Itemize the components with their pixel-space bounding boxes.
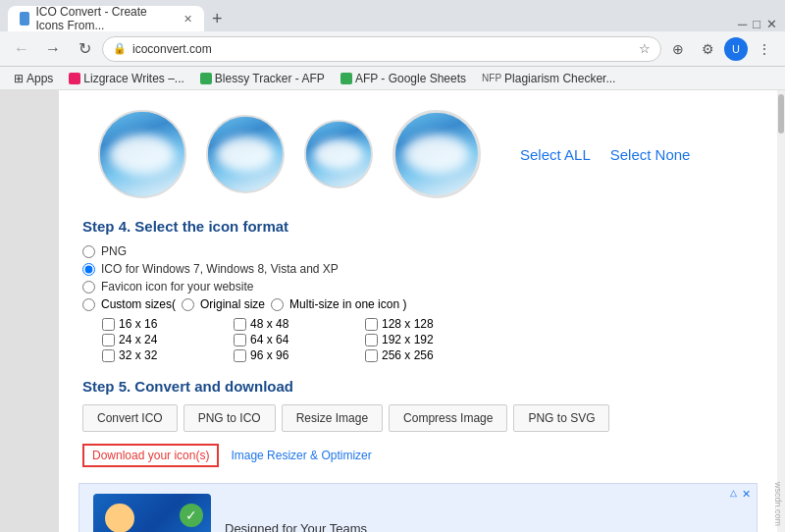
custom-sizes-radio[interactable]	[82, 298, 95, 311]
format-png-option: PNG	[82, 244, 758, 258]
format-ico-option: ICO for Windows 7, Windows 8, Vista and …	[82, 262, 758, 276]
bookmark-button[interactable]: ⊕	[665, 36, 691, 62]
ad-image: ★ ★ ★ ★ ★ ✓	[93, 494, 211, 532]
format-favicon-radio[interactable]	[82, 281, 95, 293]
image-optimizer-link[interactable]: Image Resizer & Optimizer	[231, 449, 371, 462]
ad-close-button[interactable]: ✕	[742, 488, 751, 501]
new-tab-button[interactable]: +	[204, 6, 231, 31]
step4-title: Step 4. Select the icon format	[82, 218, 758, 235]
menu-button[interactable]: ⋮	[752, 36, 777, 62]
size-64x64-checkbox[interactable]	[234, 334, 246, 346]
size-32x32-checkbox[interactable]	[102, 349, 115, 362]
format-ico-label[interactable]: ICO for Windows 7, Windows 8, Vista and …	[101, 262, 339, 276]
ad-title: Designed for Your Teams	[225, 521, 367, 533]
compress-image-button[interactable]: Compress Image	[389, 404, 507, 432]
main-content: Select ALL Select None Step 4. Select th…	[59, 90, 777, 532]
size-192x192-label[interactable]: 192 x 192	[382, 333, 434, 346]
icon-preview-2[interactable]	[206, 115, 285, 193]
size-256x256-checkbox[interactable]	[365, 349, 378, 362]
extensions-button[interactable]: ⚙	[695, 36, 720, 62]
ad-banner: ✕ △ ★ ★ ★ ★ ★ ✓	[78, 483, 758, 532]
step5-title: Step 5. Convert and download	[82, 378, 758, 395]
size-96x96-checkbox[interactable]	[234, 349, 246, 362]
star-icon[interactable]: ☆	[639, 41, 651, 56]
format-ico-radio[interactable]	[82, 263, 95, 276]
tab-favicon	[20, 12, 29, 26]
size-64x64-label[interactable]: 64 x 64	[250, 333, 288, 346]
window-maximize[interactable]: □	[753, 17, 760, 31]
icon-preview-3[interactable]	[304, 120, 373, 188]
left-margin	[0, 90, 59, 532]
scrollbar[interactable]	[777, 90, 785, 532]
custom-sizes-label[interactable]: Custom sizes(	[101, 297, 176, 311]
ad-text-area: Designed for Your Teams	[225, 521, 367, 533]
window-minimize[interactable]: ─	[738, 17, 747, 31]
select-all-button[interactable]: Select ALL	[520, 146, 591, 163]
original-size-radio[interactable]	[182, 298, 194, 311]
png-to-ico-button[interactable]: PNG to ICO	[183, 404, 276, 432]
active-tab[interactable]: ICO Convert - Create Icons From... ✕	[8, 6, 204, 31]
address-bar[interactable]: 🔒 icoconvert.com ☆	[102, 36, 661, 62]
format-png-radio[interactable]	[82, 245, 95, 258]
afp-icon	[340, 73, 352, 84]
size-96x96-label[interactable]: 96 x 96	[250, 348, 288, 362]
size-32x32: 32 x 32	[102, 348, 230, 362]
select-buttons: Select ALL Select None	[520, 146, 690, 163]
size-24x24-checkbox[interactable]	[102, 334, 115, 346]
window-close[interactable]: ✕	[766, 17, 777, 31]
size-48x48-checkbox[interactable]	[234, 318, 246, 331]
lock-icon: 🔒	[113, 42, 127, 55]
size-128x128-label[interactable]: 128 x 128	[382, 317, 434, 331]
browser-chrome: ICO Convert - Create Icons From... ✕ + ─…	[0, 0, 785, 90]
plagia-icon: NFP	[482, 73, 501, 83]
tab-close-button[interactable]: ✕	[183, 13, 192, 26]
size-192x192: 192 x 192	[365, 333, 493, 346]
ad-indicator-icon: △	[730, 488, 737, 498]
size-16x16-label[interactable]: 16 x 16	[119, 317, 157, 331]
icon-preview-1[interactable]	[98, 110, 186, 198]
size-256x256-label[interactable]: 256 x 256	[382, 348, 434, 362]
bookmark-lisgrace-label: Lizgrace Writes –...	[83, 72, 183, 85]
convert-ico-button[interactable]: Convert ICO	[82, 404, 178, 432]
bookmark-afp[interactable]: AFP - Google Sheets	[335, 70, 472, 87]
icon-preview-area: Select ALL Select None	[78, 100, 758, 218]
size-32x32-label[interactable]: 32 x 32	[119, 348, 157, 362]
original-size-label[interactable]: Original size	[200, 297, 265, 311]
png-to-svg-button[interactable]: PNG to SVG	[513, 404, 609, 432]
bookmark-apps[interactable]: ⊞ Apps	[8, 70, 59, 87]
size-192x192-checkbox[interactable]	[365, 334, 378, 346]
back-button[interactable]: ←	[8, 35, 35, 63]
convert-buttons: Convert ICO PNG to ICO Resize Image Comp…	[82, 404, 758, 432]
apps-icon: ⊞	[14, 72, 24, 85]
nav-bar: ← → ↻ 🔒 icoconvert.com ☆ ⊕ ⚙ U ⋮	[0, 31, 785, 67]
bookmark-afp-label: AFP - Google Sheets	[355, 72, 466, 85]
ad-indicator: △	[730, 488, 737, 498]
select-none-button[interactable]: Select None	[610, 146, 691, 163]
download-icons-link[interactable]: Download your icon(s)	[82, 444, 219, 467]
size-16x16-checkbox[interactable]	[102, 318, 115, 331]
profile-button[interactable]: U	[724, 37, 748, 61]
size-48x48-label[interactable]: 48 x 48	[250, 317, 288, 331]
size-256x256: 256 x 256	[365, 348, 493, 362]
resize-image-button[interactable]: Resize Image	[282, 404, 383, 432]
format-png-label[interactable]: PNG	[101, 244, 127, 258]
bookmarks-bar: ⊞ Apps Lizgrace Writes –... Blessy Track…	[0, 67, 785, 90]
bookmark-plagia[interactable]: NFP Plagiarism Checker...	[476, 70, 621, 87]
icon-preview-4[interactable]	[392, 110, 481, 198]
bookmark-plagia-label: Plagiarism Checker...	[504, 72, 615, 85]
bookmark-blessy-label: Blessy Tracker - AFP	[215, 72, 325, 85]
bookmark-lisgrace[interactable]: Lizgrace Writes –...	[63, 70, 189, 87]
size-128x128-checkbox[interactable]	[365, 318, 378, 331]
multi-size-label[interactable]: Multi-size in one icon )	[289, 297, 406, 311]
nav-actions: ⊕ ⚙ U ⋮	[665, 36, 777, 62]
forward-button[interactable]: →	[39, 35, 67, 63]
multi-size-radio[interactable]	[271, 298, 284, 311]
tab-bar: ICO Convert - Create Icons From... ✕ + ─…	[0, 0, 785, 31]
bookmark-blessy[interactable]: Blessy Tracker - AFP	[194, 70, 331, 87]
blessy-icon	[200, 73, 212, 84]
sizes-grid: 16 x 16 48 x 48 128 x 128 24 x 24 64 x 6…	[102, 317, 758, 362]
size-24x24-label[interactable]: 24 x 24	[119, 333, 157, 346]
format-favicon-label[interactable]: Favicon icon for your website	[101, 280, 253, 293]
size-24x24: 24 x 24	[102, 333, 230, 346]
refresh-button[interactable]: ↻	[71, 35, 98, 63]
